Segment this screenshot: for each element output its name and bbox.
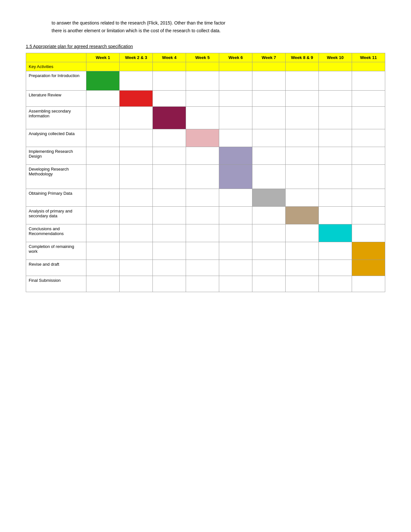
header-blank-9 bbox=[352, 62, 385, 71]
week1-implementing bbox=[86, 147, 120, 164]
table-row: Implementing Research Design bbox=[26, 147, 385, 164]
week3-completion bbox=[153, 242, 186, 260]
week7-developing bbox=[286, 164, 319, 189]
section-title: 1.5 Appropriate plan for agreed research… bbox=[26, 44, 385, 49]
week1-assembling bbox=[86, 106, 120, 129]
week5-implementing bbox=[219, 147, 252, 164]
header-week1: Week 1 bbox=[86, 53, 120, 62]
week2-conclusions bbox=[120, 224, 153, 242]
week7-obtaining bbox=[286, 189, 319, 206]
week4-preparation bbox=[186, 71, 219, 90]
header-activity bbox=[26, 53, 86, 62]
activity-analysing: Analysing collected Data bbox=[26, 129, 86, 147]
intro-paragraph: to answer the questions related to the r… bbox=[26, 19, 385, 35]
week3-analysis bbox=[153, 206, 186, 224]
week7-analysing bbox=[286, 129, 319, 147]
week3-literature bbox=[153, 90, 186, 106]
table-row: Completion of remaining work bbox=[26, 242, 385, 260]
week7-revise bbox=[286, 260, 319, 276]
week9-analysis bbox=[352, 206, 385, 224]
week9-completion bbox=[352, 242, 385, 260]
week6-implementing bbox=[252, 147, 286, 164]
week3-obtaining bbox=[153, 189, 186, 206]
week1-revise bbox=[86, 260, 120, 276]
week6-analysis bbox=[252, 206, 286, 224]
week4-analysing bbox=[186, 129, 219, 147]
activity-implementing: Implementing Research Design bbox=[26, 147, 86, 164]
activity-conclusions: Conclusions and Recommendations bbox=[26, 224, 86, 242]
week5-final bbox=[219, 276, 252, 292]
week1-preparation bbox=[86, 71, 120, 90]
header-week2-3: Week 2 & 3 bbox=[120, 53, 153, 62]
week7-analysis bbox=[286, 206, 319, 224]
table-row: Literature Review bbox=[26, 90, 385, 106]
week8-assembling bbox=[319, 106, 352, 129]
week3-analysing bbox=[153, 129, 186, 147]
week7-final bbox=[286, 276, 319, 292]
week2-literature bbox=[120, 90, 153, 106]
week7-preparation bbox=[286, 71, 319, 90]
week6-analysing bbox=[252, 129, 286, 147]
week4-assembling bbox=[186, 106, 219, 129]
week9-obtaining bbox=[352, 189, 385, 206]
activity-obtaining: Obtaining Primary Data bbox=[26, 189, 86, 206]
week1-analysis bbox=[86, 206, 120, 224]
week8-preparation bbox=[319, 71, 352, 90]
week2-implementing bbox=[120, 147, 153, 164]
week1-developing bbox=[86, 164, 120, 189]
header-week10: Week 10 bbox=[319, 53, 352, 62]
week6-developing bbox=[252, 164, 286, 189]
week2-analysis bbox=[120, 206, 153, 224]
week2-revise bbox=[120, 260, 153, 276]
table-row: Preparation for Introduction bbox=[26, 71, 385, 90]
table-row: Developing Research Methodology bbox=[26, 164, 385, 189]
week7-conclusions bbox=[286, 224, 319, 242]
table-row: Revise and draft bbox=[26, 260, 385, 276]
week8-obtaining bbox=[319, 189, 352, 206]
table-row: Assembling secondary information bbox=[26, 106, 385, 129]
week2-preparation bbox=[120, 71, 153, 90]
activity-literature: Literature Review bbox=[26, 90, 86, 106]
week3-revise bbox=[153, 260, 186, 276]
week9-conclusions bbox=[352, 224, 385, 242]
week2-developing bbox=[120, 164, 153, 189]
week4-completion bbox=[186, 242, 219, 260]
activity-assembling: Assembling secondary information bbox=[26, 106, 86, 129]
week5-revise bbox=[219, 260, 252, 276]
week2-completion bbox=[120, 242, 153, 260]
week3-developing bbox=[153, 164, 186, 189]
header-blank-2 bbox=[120, 62, 153, 71]
week2-analysing bbox=[120, 129, 153, 147]
week1-final bbox=[86, 276, 120, 292]
week5-assembling bbox=[219, 106, 252, 129]
week8-revise bbox=[319, 260, 352, 276]
header-week8-9: Week 8 & 9 bbox=[286, 53, 319, 62]
week7-completion bbox=[286, 242, 319, 260]
week1-completion bbox=[86, 242, 120, 260]
week1-analysing bbox=[86, 129, 120, 147]
week5-conclusions bbox=[219, 224, 252, 242]
header-blank-3 bbox=[153, 62, 186, 71]
week4-analysis bbox=[186, 206, 219, 224]
week1-conclusions bbox=[86, 224, 120, 242]
activity-analysis: Analysis of primary and secondary data bbox=[26, 206, 86, 224]
header-blank-7 bbox=[286, 62, 319, 71]
week3-preparation bbox=[153, 71, 186, 90]
week9-preparation bbox=[352, 71, 385, 90]
header-week5: Week 5 bbox=[186, 53, 219, 62]
activity-developing: Developing Research Methodology bbox=[26, 164, 86, 189]
activity-revise: Revise and draft bbox=[26, 260, 86, 276]
week3-assembling bbox=[153, 106, 186, 129]
header-week4: Week 4 bbox=[153, 53, 186, 62]
header-blank-4 bbox=[186, 62, 219, 71]
week3-conclusions bbox=[153, 224, 186, 242]
week5-completion bbox=[219, 242, 252, 260]
activity-completion: Completion of remaining work bbox=[26, 242, 86, 260]
week4-conclusions bbox=[186, 224, 219, 242]
week2-obtaining bbox=[120, 189, 153, 206]
header-blank-5 bbox=[219, 62, 252, 71]
header-blank-8 bbox=[319, 62, 352, 71]
week4-implementing bbox=[186, 147, 219, 164]
week6-assembling bbox=[252, 106, 286, 129]
week4-literature bbox=[186, 90, 219, 106]
